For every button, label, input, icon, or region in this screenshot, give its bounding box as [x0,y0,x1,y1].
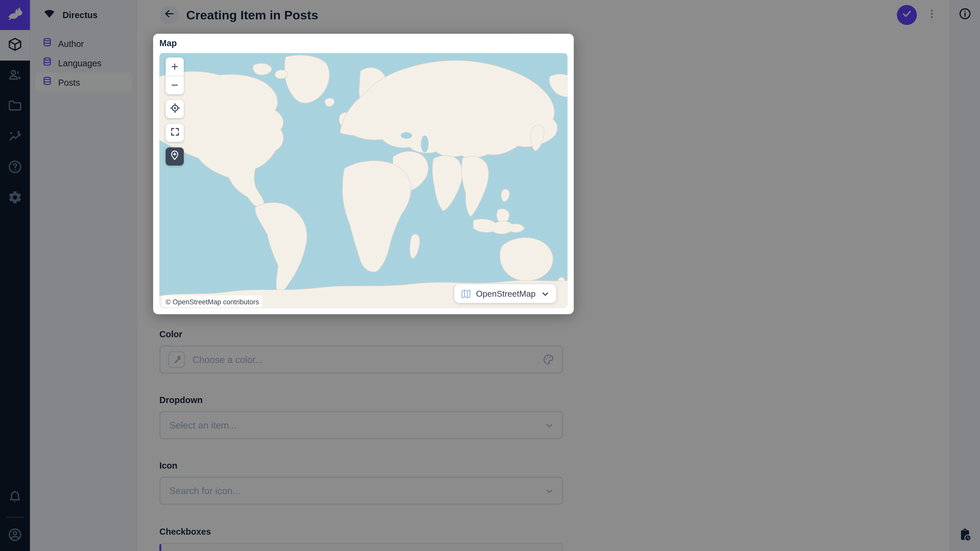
directus-app: Directus Author Languages [0,0,980,551]
minus-icon: − [171,78,178,91]
add-marker-button[interactable] [165,148,184,165]
map-attribution[interactable]: © OpenStreetMap contributors [162,295,262,307]
basemap-selector[interactable]: OpenStreetMap [454,284,556,303]
map-controls: + − [165,57,184,165]
geolocate-icon [169,102,180,116]
map-icon [460,288,471,299]
pin-plus-icon [169,150,180,163]
fullscreen-icon [170,127,180,139]
map-canvas[interactable]: + − [159,53,567,308]
plus-icon: + [171,60,178,72]
geolocate-button[interactable] [165,100,184,118]
zoom-control-group: + − [165,57,184,94]
fullscreen-button[interactable] [165,124,184,142]
map-field-card: Map [153,34,574,314]
world-map [159,53,567,308]
chevron-down-icon [541,289,550,299]
zoom-in-button[interactable]: + [165,57,184,76]
zoom-out-button[interactable]: − [165,76,184,94]
basemap-label: OpenStreetMap [476,289,535,299]
map-field-label: Map [159,38,567,49]
